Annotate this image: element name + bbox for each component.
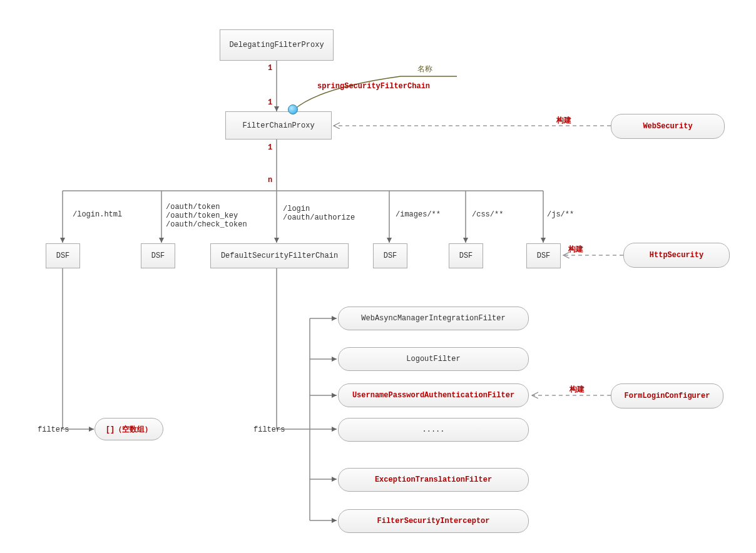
label-path-2a: /oauth/token xyxy=(166,203,220,211)
pill-filter-3: UsernamePasswordAuthenticationFilter xyxy=(338,383,529,407)
pill-empty-array: []（空数组） xyxy=(94,418,163,440)
pill-filter-6: FilterSecurityInterceptor xyxy=(338,509,529,533)
label-one-b: 1 xyxy=(268,98,272,107)
label-one-c: 1 xyxy=(268,143,272,152)
note-anchor-dot xyxy=(288,104,298,114)
label-one-a: 1 xyxy=(268,64,272,73)
label-path-1: /login.html xyxy=(73,210,122,219)
label-filter-4: ..... xyxy=(422,425,444,434)
label-empty-array: []（空数组） xyxy=(106,424,152,435)
label-http-security: HttpSecurity xyxy=(650,251,703,260)
label-filters-1: filters xyxy=(38,425,69,434)
box-default-security-filter-chain: DefaultSecurityFilterChain xyxy=(210,243,349,268)
pill-http-security: HttpSecurity xyxy=(623,243,730,268)
label-path-6: /js/** xyxy=(547,210,574,219)
label-n: n xyxy=(268,176,272,185)
box-delegating-filter-proxy: DelegatingFilterProxy xyxy=(220,29,334,61)
pill-filter-5: ExceptionTranslationFilter xyxy=(338,468,529,492)
pill-web-security: WebSecurity xyxy=(611,114,725,139)
label-path-4: /images/** xyxy=(396,210,441,219)
label-name-title: 名称 xyxy=(417,64,432,74)
label-dsf-6: DSF xyxy=(537,251,551,260)
label-dsf-2: DSF xyxy=(151,251,165,260)
pill-filter-4: ..... xyxy=(338,418,529,442)
label-filters-2: filters xyxy=(253,425,285,434)
label-dsf-4: DSF xyxy=(384,251,397,260)
label-path-2c: /oauth/check_token xyxy=(166,220,247,229)
box-dsf-4: DSF xyxy=(373,243,407,268)
label-filter-5: ExceptionTranslationFilter xyxy=(375,475,492,484)
label-build-3: 构建 xyxy=(570,384,585,395)
label-default-security-filter-chain: DefaultSecurityFilterChain xyxy=(221,251,338,260)
label-spring-security-filter-chain: springSecurityFilterChain xyxy=(317,82,430,91)
label-path-3a: /login xyxy=(283,205,310,213)
label-path-5: /css/** xyxy=(472,210,503,219)
box-dsf-6: DSF xyxy=(526,243,561,268)
label-build-2: 构建 xyxy=(568,244,583,255)
label-filter-1: WebAsyncManagerIntegrationFilter xyxy=(361,314,505,323)
box-dsf-2: DSF xyxy=(141,243,175,268)
pill-form-login-configurer: FormLoginConfigurer xyxy=(611,383,723,408)
label-filter-6: FilterSecurityInterceptor xyxy=(377,517,489,525)
label-path-3b: /oauth/authorize xyxy=(283,213,355,222)
box-filter-chain-proxy: FilterChainProxy xyxy=(225,111,332,140)
label-filter-chain-proxy: FilterChainProxy xyxy=(242,121,314,130)
label-form-login-configurer: FormLoginConfigurer xyxy=(625,392,710,400)
label-build-1: 构建 xyxy=(556,115,571,126)
label-filter-2: LogoutFilter xyxy=(406,355,460,363)
label-delegating-filter-proxy: DelegatingFilterProxy xyxy=(229,41,324,49)
box-dsf-1: DSF xyxy=(46,243,80,268)
label-filter-3: UsernamePasswordAuthenticationFilter xyxy=(352,391,514,400)
label-web-security: WebSecurity xyxy=(643,122,692,131)
label-path-2b: /oauth/token_key xyxy=(166,211,238,220)
pill-filter-1: WebAsyncManagerIntegrationFilter xyxy=(338,307,529,330)
label-dsf-1: DSF xyxy=(56,251,70,260)
box-dsf-5: DSF xyxy=(449,243,483,268)
label-dsf-5: DSF xyxy=(459,251,473,260)
pill-filter-2: LogoutFilter xyxy=(338,347,529,371)
